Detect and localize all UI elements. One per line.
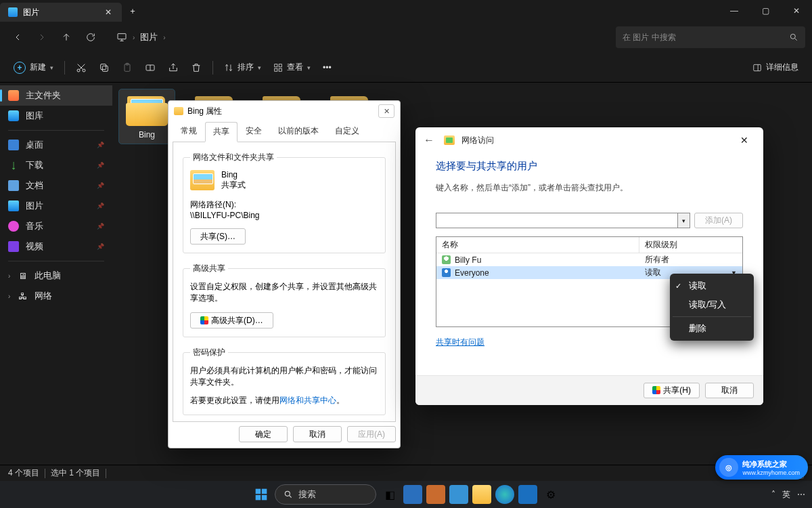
sidebar-pictures[interactable]: 图片📌 (0, 196, 112, 216)
forward-button[interactable] (31, 26, 53, 48)
explorer-tab[interactable]: 图片 ✕ (0, 3, 122, 22)
sidebar-videos[interactable]: 视频📌 (0, 236, 112, 257)
netdlg-header: ← 网络访问 ✕ (415, 127, 763, 153)
close-netdlg-button[interactable]: ✕ (731, 130, 758, 150)
new-tab-button[interactable]: ＋ (122, 0, 143, 22)
video-icon (8, 241, 19, 252)
sidebar-desktop[interactable]: 桌面📌 (0, 135, 112, 155)
paste-button[interactable] (116, 58, 138, 78)
system-tray: ˄ 英 ⋯ (771, 490, 805, 500)
svg-rect-16 (256, 495, 261, 501)
rename-button[interactable] (139, 58, 161, 78)
cancel-button[interactable]: 取消 (705, 383, 754, 398)
help-link[interactable]: 共享时有问题 (436, 337, 484, 347)
sidebar-thispc[interactable]: ›🖥此电脑 (0, 266, 112, 286)
maximize-button[interactable]: ▢ (750, 0, 781, 22)
taskbar-app[interactable] (426, 485, 445, 504)
menu-item-readwrite[interactable]: 读取/写入 (670, 295, 754, 314)
back-button[interactable]: ← (421, 132, 437, 148)
folder-icon (126, 93, 168, 126)
more-button[interactable]: ••• (317, 58, 337, 78)
svg-rect-17 (262, 495, 267, 501)
properties-dialog: Bing 属性 ✕ 常规 共享 安全 以前的版本 自定义 网络文件和文件夹共享 … (168, 100, 401, 448)
tab-customize[interactable]: 自定义 (327, 121, 367, 142)
tray-language[interactable]: 英 (782, 490, 790, 500)
user-input[interactable] (436, 213, 677, 228)
dropdown-icon[interactable]: ▾ (677, 213, 690, 228)
close-window-button[interactable]: ✕ (781, 0, 812, 22)
list-row[interactable]: Billy Fu 所有者 (436, 253, 742, 266)
tab-general[interactable]: 常规 (173, 121, 205, 142)
menu-item-remove[interactable]: 删除 (670, 319, 754, 338)
sidebar-network[interactable]: ›🖧网络 (0, 286, 112, 306)
share-button[interactable]: 共享(S)… (190, 228, 246, 245)
sidebar-downloads[interactable]: ⭣下载📌 (0, 155, 112, 175)
sidebar-documents[interactable]: 文档📌 (0, 175, 112, 196)
sidebar-gallery[interactable]: 图库 (0, 106, 112, 126)
user-combo[interactable]: ▾ (436, 213, 690, 228)
view-button[interactable]: 查看▾ (268, 58, 316, 78)
close-dialog-button[interactable]: ✕ (378, 104, 394, 118)
taskbar: 搜索 ◧ ⚙ ˄ 英 ⋯ (0, 481, 812, 508)
copy-button[interactable] (93, 58, 115, 78)
search-icon (284, 490, 293, 499)
dialog-titlebar[interactable]: Bing 属性 ✕ (168, 101, 400, 121)
tray-more-icon[interactable]: ⋯ (797, 490, 805, 499)
new-button[interactable]: + 新建 ▾ (8, 58, 59, 78)
sidebar-music[interactable]: 音乐📌 (0, 216, 112, 236)
gallery-icon (8, 110, 19, 121)
tab-prevversions[interactable]: 以前的版本 (270, 121, 327, 142)
pwd-line1: 用户必须具有此计算机的用户帐户和密码，才能访问共享文件夹。 (190, 365, 378, 388)
up-button[interactable] (55, 26, 77, 48)
delete-button[interactable] (185, 58, 207, 78)
add-button[interactable]: 添加(A) (694, 213, 743, 228)
edge-icon[interactable] (495, 485, 514, 504)
breadcrumb[interactable]: › 图片 › (116, 31, 613, 43)
window-controls: — ▢ ✕ (719, 0, 812, 22)
details-pane-button[interactable]: 详细信息 (747, 58, 804, 78)
tab-title: 图片 (23, 7, 39, 18)
tab-security[interactable]: 安全 (238, 121, 270, 142)
breadcrumb-segment[interactable]: 图片 (140, 31, 158, 43)
taskbar-app[interactable] (449, 485, 468, 504)
col-perm[interactable]: 权限级别 (639, 237, 742, 253)
command-toolbar: + 新建 ▾ 排序▾ 查看▾ ••• 详细信息 (0, 53, 812, 83)
refresh-button[interactable] (80, 26, 102, 48)
sort-button[interactable]: 排序▾ (219, 58, 267, 78)
share-confirm-button[interactable]: 共享(H) (644, 383, 700, 398)
menu-item-read[interactable]: ✓读取 (670, 276, 754, 295)
minimize-button[interactable]: — (719, 0, 750, 22)
cancel-button[interactable]: 取消 (293, 426, 342, 442)
col-name[interactable]: 名称 (436, 237, 639, 253)
properties-tabs: 常规 共享 安全 以前的版本 自定义 (168, 121, 400, 142)
ok-button[interactable]: 确定 (239, 426, 288, 442)
file-explorer-icon[interactable] (472, 485, 491, 504)
tray-chevron-icon[interactable]: ˄ (771, 490, 775, 499)
svg-rect-5 (101, 64, 106, 69)
svg-rect-15 (262, 489, 267, 494)
svg-rect-9 (275, 64, 277, 66)
settings-icon[interactable]: ⚙ (541, 485, 560, 504)
password-protection-group: 密码保护 用户必须具有此计算机的用户帐户和密码，才能访问共享文件夹。 若要更改此… (183, 347, 386, 415)
svg-rect-13 (754, 64, 761, 70)
search-box[interactable]: 在 图片 中搜索 (616, 26, 805, 48)
network-center-link[interactable]: 网络和共享中心 (279, 396, 336, 405)
folder-item-bing[interactable]: Bing (119, 89, 175, 144)
share-button[interactable] (162, 58, 184, 78)
taskbar-app[interactable] (403, 485, 422, 504)
tab-sharing[interactable]: 共享 (205, 122, 238, 142)
advanced-sharing-button[interactable]: 高级共享(D)… (190, 312, 273, 329)
svg-rect-14 (256, 489, 261, 494)
taskbar-search[interactable]: 搜索 (275, 484, 376, 505)
start-button[interactable] (252, 485, 271, 504)
taskview-icon[interactable]: ◧ (380, 485, 399, 504)
folder-label: Bing (139, 130, 155, 140)
document-icon (8, 180, 19, 191)
apply-button[interactable]: 应用(A) (347, 426, 396, 442)
store-icon[interactable] (518, 485, 537, 504)
cut-button[interactable] (70, 58, 92, 78)
network-path: \\BILLYFU-PC\Bing (190, 211, 378, 220)
back-button[interactable] (7, 26, 28, 48)
sidebar-home[interactable]: 主文件夹 (0, 85, 112, 106)
close-tab-icon[interactable]: ✕ (103, 7, 114, 18)
